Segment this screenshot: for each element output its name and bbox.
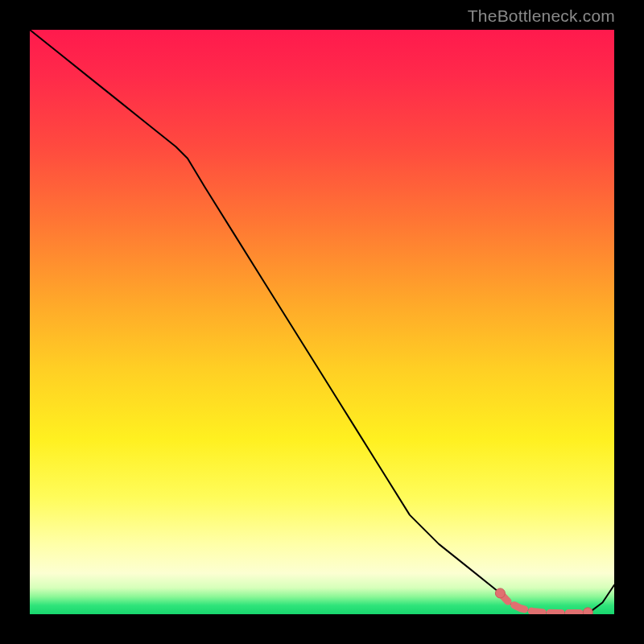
highlight-connector bbox=[500, 593, 588, 613]
plot-area bbox=[30, 30, 614, 614]
watermark-text: TheBottleneck.com bbox=[468, 6, 615, 26]
highlighted-marker-group bbox=[495, 588, 592, 614]
bottleneck-curve bbox=[30, 30, 614, 613]
highlight-end-dot bbox=[583, 608, 592, 614]
highlight-end-dot bbox=[495, 588, 505, 598]
chart-stage: TheBottleneck.com bbox=[0, 0, 644, 644]
chart-overlay bbox=[30, 30, 614, 614]
